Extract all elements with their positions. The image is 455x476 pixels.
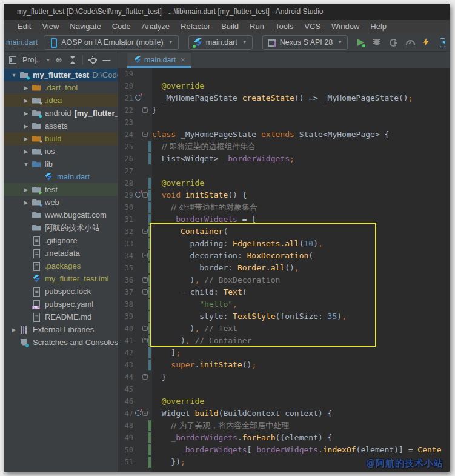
tree-row-.packages[interactable]: .packages xyxy=(4,260,118,272)
project-panel-title[interactable]: Proj.. xyxy=(22,56,40,64)
fold-region-end-icon[interactable]: ^ xyxy=(142,338,148,343)
code-line-50[interactable]: 50 _borderWidgets[_borderWidgets.indexOf… xyxy=(118,444,450,456)
tree-collapse-arrow-icon[interactable]: ▶ xyxy=(21,110,32,116)
tree-row-README.md[interactable]: README.md xyxy=(4,310,118,323)
tree-collapse-arrow-icon[interactable]: ▶ xyxy=(21,98,32,104)
navbar-file-crumb[interactable]: main.dart xyxy=(6,38,38,47)
tree-row-.dart_tool[interactable]: ▶.dart_tool xyxy=(4,81,118,94)
menu-item-help[interactable]: Help xyxy=(365,20,392,33)
tree-row-my_flutter_test.iml[interactable]: my_flutter_test.iml xyxy=(4,272,118,285)
code-line-28[interactable]: 28 @override xyxy=(118,177,450,189)
code-line-29[interactable]: 29- void initState() { xyxy=(118,189,450,201)
code-line-44[interactable]: 44^ } xyxy=(118,371,450,383)
menu-item-build[interactable]: Build xyxy=(216,20,244,33)
fold-region-end-icon[interactable]: ^ xyxy=(142,374,148,380)
tree-collapse-arrow-icon[interactable]: ▶ xyxy=(21,136,32,142)
tree-row-my_flutter_test[interactable]: ▼my_flutter_testD:\Code xyxy=(4,69,118,81)
fold-region-start-icon[interactable]: - xyxy=(142,192,148,198)
tree-row-Scratches-and-Consoles[interactable]: Scratches and Consoles xyxy=(4,336,118,349)
menu-item-edit[interactable]: Edit xyxy=(12,20,36,33)
tree-expand-arrow-icon[interactable]: ▼ xyxy=(8,72,19,78)
tree-row-test[interactable]: ▶test xyxy=(4,183,118,196)
code-line-22[interactable]: 22^} xyxy=(118,104,450,116)
code-line-43[interactable]: 43 super.initState(); xyxy=(118,359,450,371)
target-device-selector[interactable]: Nexus S API 28 ▼ xyxy=(262,35,348,50)
code-line-49[interactable]: 49 _borderWidgets.forEach((element) { xyxy=(118,432,450,444)
tree-collapse-arrow-icon[interactable]: ▶ xyxy=(21,123,32,129)
flutter-hot-restart-icon[interactable] xyxy=(438,38,447,47)
run-button-icon[interactable] xyxy=(356,38,365,47)
tree-row-www.bugcatt.com[interactable]: www.bugcatt.com xyxy=(4,209,118,221)
fold-region-end-icon[interactable]: ^ xyxy=(142,277,148,283)
menu-item-navigate[interactable]: Navigate xyxy=(64,20,106,33)
fold-region-start-icon[interactable]: - xyxy=(142,411,148,416)
menu-item-refactor[interactable]: Refactor xyxy=(175,20,216,33)
flutter-hot-reload-icon[interactable] xyxy=(422,38,430,47)
code-line-42[interactable]: 42 ]; xyxy=(118,347,450,359)
code-line-41[interactable]: 41^ ), // Container xyxy=(118,335,450,347)
tree-row-ios[interactable]: ▶ios xyxy=(4,145,118,158)
code-line-21[interactable]: 21 _MyHomePageState createState() => _My… xyxy=(118,92,450,104)
tree-collapse-arrow-icon[interactable]: ▶ xyxy=(8,327,19,333)
code-line-40[interactable]: 40^ ), // Text xyxy=(118,323,450,335)
performance-gauge-icon[interactable] xyxy=(405,38,414,47)
menu-item-window[interactable]: Window xyxy=(326,20,365,33)
tree-collapse-arrow-icon[interactable]: ▶ xyxy=(21,149,32,155)
code-line-19[interactable]: 19 xyxy=(118,68,450,80)
code-line-37[interactable]: 37- ─ child: Text( xyxy=(118,286,450,298)
tree-row-.gitignore[interactable]: .gitignore xyxy=(4,234,118,247)
code-line-34[interactable]: 34- decoration: BoxDecoration( xyxy=(118,250,450,262)
code-line-33[interactable]: 33 padding: EdgeInsets.all(10), xyxy=(118,238,450,250)
tree-row-.metadata[interactable]: .metadata xyxy=(4,247,118,260)
code-line-45[interactable]: 45 xyxy=(118,383,450,395)
code-line-32[interactable]: 32- Container( xyxy=(118,226,450,238)
code-line-26[interactable]: 26 List<Widget> _borderWidgets; xyxy=(118,153,450,165)
menu-item-tools[interactable]: Tools xyxy=(270,20,299,33)
hide-panel-icon[interactable]: — xyxy=(102,56,110,64)
device-selector[interactable]: AOSP on IA Emulator (mobile) ▼ xyxy=(44,35,179,50)
code-line-35[interactable]: 35 border: Border.all(), xyxy=(118,262,450,274)
tree-row-android[interactable]: ▶android[my_flutter_t xyxy=(4,107,118,119)
code-line-30[interactable]: 30 // 处理带边框的对象集合 xyxy=(118,201,450,213)
fold-region-end-icon[interactable]: ^ xyxy=(142,326,148,331)
code-line-31[interactable]: 31 _borderWidgets = [ xyxy=(118,213,450,226)
fold-region-start-icon[interactable]: - xyxy=(142,132,148,137)
code-line-20[interactable]: 20 @override xyxy=(118,80,450,92)
close-icon[interactable]: × xyxy=(181,55,185,64)
chevron-down-icon[interactable]: ▾ xyxy=(47,58,49,63)
menu-item-analyze[interactable]: Analyze xyxy=(136,20,175,33)
fold-region-end-icon[interactable]: ^ xyxy=(142,107,148,113)
tree-row-External-Libraries[interactable]: ▶External Libraries xyxy=(4,323,118,336)
menu-item-code[interactable]: Code xyxy=(107,20,136,33)
code-line-36[interactable]: 36^ ), // BoxDecoration xyxy=(118,274,450,286)
profile-icon[interactable] xyxy=(389,38,397,47)
overriding-method-icon[interactable] xyxy=(135,95,141,101)
code-line-38[interactable]: 38 "hello", xyxy=(118,298,450,310)
debug-icon[interactable] xyxy=(373,38,381,47)
tree-row-pubspec.yaml[interactable]: pubspec.yaml xyxy=(4,298,118,310)
tree-row-.idea[interactable]: ▶.idea xyxy=(4,94,118,107)
code-line-27[interactable]: 27 xyxy=(118,165,450,177)
menu-item-vcs[interactable]: VCS xyxy=(299,20,326,33)
overriding-method-icon[interactable] xyxy=(135,410,141,416)
code-line-47[interactable]: 47- Widget build(BuildContext context) { xyxy=(118,407,450,420)
code-line-23[interactable]: 23 xyxy=(118,116,450,129)
fold-region-start-icon[interactable]: - xyxy=(142,229,148,234)
code-line-48[interactable]: 48 // 为了美观，将内容全部居中处理 xyxy=(118,420,450,432)
settings-gear-icon[interactable] xyxy=(88,56,97,64)
tree-row-assets[interactable]: ▶assets xyxy=(4,119,118,132)
fold-region-start-icon[interactable]: - xyxy=(142,289,148,295)
tree-row-web[interactable]: ▶web xyxy=(4,196,118,209)
code-line-25[interactable]: 25 // 即将渲染的边框组件集合 xyxy=(118,141,450,153)
code-line-24[interactable]: 24-class _MyHomePageState extends State<… xyxy=(118,129,450,141)
tree-row-main.dart[interactable]: main.dart xyxy=(4,170,118,183)
run-config-selector[interactable]: main.dart ▼ xyxy=(188,35,253,50)
fold-region-start-icon[interactable]: - xyxy=(142,253,148,258)
menu-item-view[interactable]: View xyxy=(36,20,64,33)
tree-row-lib[interactable]: ▼lib xyxy=(4,158,118,170)
menu-item-run[interactable]: Run xyxy=(244,20,270,33)
tree-collapse-arrow-icon[interactable]: ▶ xyxy=(21,187,32,193)
locate-file-icon[interactable]: ⊕ xyxy=(55,56,63,64)
editor-tab-main-dart[interactable]: main.dart × xyxy=(127,53,191,68)
tree-row--[interactable]: 阿航的技术小站 xyxy=(4,221,118,234)
